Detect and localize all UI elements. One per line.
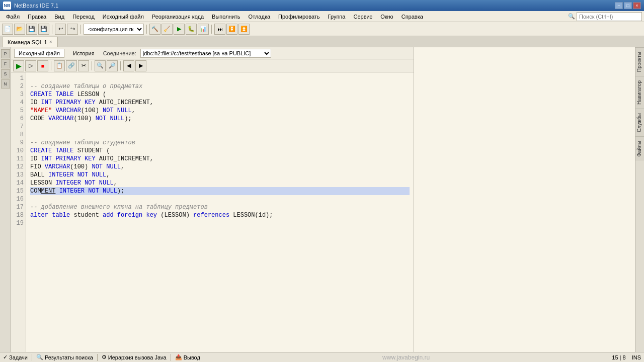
sidebar-navigator-icon[interactable]: N [1, 79, 10, 88]
status-search[interactable]: 🔍 Результаты поиска [36, 354, 93, 360]
line-num-1: 1 [11, 74, 24, 82]
source-file-tab[interactable]: Исходный файл [14, 49, 64, 58]
toolbar-search-area: 🔍 [568, 12, 642, 21]
redo-button[interactable]: ↪ [67, 24, 78, 35]
menu-file[interactable]: Файл [2, 13, 24, 21]
line-num-16: 16 [11, 195, 24, 203]
code-line-15: COMMENT INTEGER NOT NULL); [30, 187, 410, 195]
tab-close-button[interactable]: × [49, 39, 52, 45]
run-sql-button[interactable]: ▶ [13, 60, 24, 71]
close-button[interactable]: × [633, 2, 641, 9]
sql-tab[interactable]: Команда SQL 1 × [2, 37, 58, 47]
code-area[interactable]: 1 2 3 4 5 6 7 8 9 10 11 12 13 14 15 16 1… [11, 72, 414, 352]
next-button[interactable]: ▶ [135, 60, 146, 71]
sidebar-label-services[interactable]: Службы [635, 109, 644, 136]
window-controls[interactable]: − □ × [615, 2, 641, 9]
code-editor[interactable]: -- создание таблицы о предметах CREATE T… [26, 72, 414, 352]
right-sidebar-labels: Проекты Навигатор Службы Файлы [635, 47, 644, 352]
sql-disconnect-button[interactable]: ✂ [78, 60, 89, 71]
watermark-area: www.javabegin.ru [202, 354, 610, 361]
status-bar: ✓ Задачи 🔍 Результаты поиска ⚙ Иерархия … [0, 352, 644, 362]
code-line-19 [30, 219, 410, 227]
line-numbers: 1 2 3 4 5 6 7 8 9 10 11 12 13 14 15 16 1… [11, 72, 26, 352]
toolbar-sep-4 [211, 25, 212, 34]
sidebar-label-navigator[interactable]: Навигатор [635, 76, 644, 109]
undo-button[interactable]: ↩ [55, 24, 66, 35]
zoom-in-button[interactable]: 🔎 [107, 60, 118, 71]
sidebar-services-icon[interactable]: S [1, 69, 10, 78]
status-sep-2 [97, 354, 98, 361]
run-button[interactable]: ▶ [174, 24, 185, 35]
line-num-4: 4 [11, 99, 24, 107]
menu-view[interactable]: Вид [50, 13, 68, 21]
tasks-icon: ✓ [3, 354, 8, 360]
editor-toolbar: Исходный файл История Соединение: jdbc:h… [11, 47, 414, 59]
save-all-button[interactable]: 💾 [38, 24, 49, 35]
maximize-button[interactable]: □ [624, 2, 632, 9]
config-dropdown[interactable]: <конфигурация по ...> [84, 24, 144, 35]
line-num-10: 10 [11, 147, 24, 155]
line-num-7: 7 [11, 123, 24, 131]
status-hierarchy[interactable]: ⚙ Иерархия вызова Java [102, 354, 167, 360]
hierarchy-icon: ⚙ [102, 354, 107, 360]
output-icon: 📤 [175, 354, 182, 360]
sql-connect-button[interactable]: 🔗 [66, 60, 77, 71]
profile-button[interactable]: 📊 [198, 24, 209, 35]
sidebar-projects-icon[interactable]: P [1, 49, 10, 58]
line-num-13: 13 [11, 171, 24, 179]
step-over-button[interactable]: ⏭ [214, 24, 225, 35]
toolbar-sep-3 [146, 25, 147, 34]
search-input[interactable] [577, 12, 642, 21]
menu-refactor[interactable]: Реорганизация кода [148, 13, 208, 21]
insert-mode: INS [632, 354, 641, 360]
status-output[interactable]: 📤 Вывод [175, 354, 200, 360]
window-title: NetBeans IDE 7.1 [14, 3, 615, 9]
history-tab[interactable]: История [68, 49, 99, 58]
sql-history-button[interactable]: 📋 [54, 60, 65, 71]
code-line-2: -- создание таблицы о предметах [30, 82, 410, 90]
line-num-11: 11 [11, 155, 24, 163]
line-num-19: 19 [11, 219, 24, 227]
line-num-18: 18 [11, 211, 24, 219]
menu-team[interactable]: Группа [324, 13, 350, 21]
step-into-button[interactable]: ⏬ [226, 24, 237, 35]
menu-debug[interactable]: Отладка [245, 13, 274, 21]
status-tasks[interactable]: ✓ Задачи [3, 354, 28, 360]
sidebar-files-icon[interactable]: F [1, 59, 10, 68]
code-line-11: ID INT PRIMARY KEY AUTO_INCREMENT, [30, 155, 410, 163]
menu-run[interactable]: Выполнить [208, 13, 244, 21]
stop-sql-button[interactable]: ■ [37, 60, 48, 71]
line-num-5: 5 [11, 107, 24, 115]
sidebar-label-files[interactable]: Файлы [635, 136, 644, 161]
menu-window[interactable]: Окно [376, 13, 397, 21]
connection-select[interactable]: jdbc:h2:file://c:/test/testbase [sa на P… [140, 49, 271, 58]
debug-button[interactable]: 🐛 [186, 24, 197, 35]
menu-bar: Файл Правка Вид Переход Исходный файл Ре… [0, 11, 644, 22]
clean-build-button[interactable]: 🧹 [162, 24, 173, 35]
menu-profile[interactable]: Профилировать [274, 13, 324, 21]
new-file-button[interactable]: 📄 [2, 24, 13, 35]
prev-button[interactable]: ◀ [123, 60, 134, 71]
save-button[interactable]: 💾 [26, 24, 37, 35]
sql-sep-1 [51, 61, 51, 70]
open-file-button[interactable]: 📂 [14, 24, 25, 35]
minimize-button[interactable]: − [615, 2, 623, 9]
hierarchy-label: Иерархия вызова Java [108, 354, 167, 360]
menu-help[interactable]: Справка [397, 13, 427, 21]
sql-sep-2 [92, 61, 92, 70]
code-line-8 [30, 131, 410, 139]
sidebar-label-projects[interactable]: Проекты [635, 47, 644, 76]
code-line-12: FIO VARCHAR(100) NOT NULL, [30, 163, 410, 171]
menu-navigate[interactable]: Переход [68, 13, 99, 21]
zoom-out-button[interactable]: 🔍 [95, 60, 106, 71]
menu-source[interactable]: Исходный файл [99, 13, 148, 21]
line-num-14: 14 [11, 179, 24, 187]
menu-tools[interactable]: Сервис [349, 13, 376, 21]
editor-container: Исходный файл История Соединение: jdbc:h… [11, 47, 414, 352]
step-out-button[interactable]: ⏫ [238, 24, 250, 35]
build-button[interactable]: 🔨 [149, 24, 160, 35]
menu-edit[interactable]: Правка [24, 13, 50, 21]
sql-sep-3 [120, 61, 121, 70]
toolbar-sep-1 [52, 25, 52, 34]
run-selection-button[interactable]: ▷ [25, 60, 36, 71]
